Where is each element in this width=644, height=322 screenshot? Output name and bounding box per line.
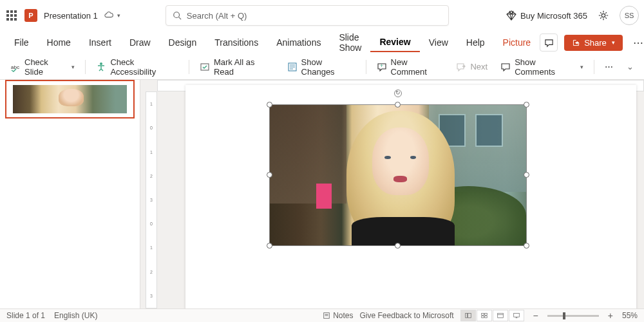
next-comment-button: Next [451,59,493,75]
powerpoint-logo-icon: P [24,9,37,22]
tab-draw[interactable]: Draw [120,33,160,52]
resize-handle-n[interactable] [395,102,401,108]
share-icon [572,39,580,47]
zoom-slider[interactable] [547,315,599,317]
share-button[interactable]: Share ▾ [564,35,623,51]
svg-rect-19 [484,316,487,318]
svg-rect-16 [481,313,484,315]
new-comment-icon: + [377,62,387,72]
mark-all-read-button[interactable]: Mark All as Read [194,55,279,79]
slide-editor-canvas[interactable]: 101230123 [140,80,644,308]
resize-handle-se[interactable] [524,243,529,249]
notes-icon [323,312,330,319]
slideshow-view-button[interactable] [509,310,524,321]
svg-point-4 [100,62,102,65]
more-options-button[interactable]: ⋯ [629,34,644,52]
resize-handle-nw[interactable] [267,102,272,108]
svg-rect-18 [481,316,484,318]
tab-help[interactable]: Help [457,33,494,52]
rotation-handle[interactable] [394,90,402,97]
svg-rect-22 [513,313,519,317]
ribbon-commands: abc Check Slide ▾ Check Accessibility Ma… [0,54,644,80]
tab-animations[interactable]: Animations [267,33,330,52]
document-title[interactable]: Presentation 1 [44,11,98,21]
search-icon [173,11,182,20]
zoom-slider-thumb[interactable] [563,312,565,319]
tab-picture[interactable]: Picture [494,33,540,52]
svg-point-0 [174,12,180,18]
cloud-saved-icon [104,11,113,20]
resize-handle-s[interactable] [395,243,401,249]
svg-text:+: + [380,62,383,69]
zoom-out-button[interactable]: − [531,310,541,321]
svg-rect-14 [465,313,467,317]
chevron-down-icon: ▾ [612,39,615,46]
mark-read-icon [200,62,210,72]
tab-insert[interactable]: Insert [80,33,120,52]
tab-file[interactable]: File [5,33,38,52]
svg-rect-15 [468,313,471,317]
collapse-ribbon-button[interactable]: ⌄ [621,59,639,74]
tab-home[interactable]: Home [38,33,80,52]
notes-button[interactable]: Notes [323,311,353,320]
show-changes-button[interactable]: Show Changes [282,55,361,79]
view-mode-buttons [460,310,524,321]
slide-canvas[interactable] [185,85,636,308]
svg-line-1 [178,17,181,20]
saved-indicator[interactable]: ▾ [104,11,120,20]
tab-view[interactable]: View [420,33,457,52]
title-bar: P Presentation 1 ▾ Search (Alt + Q) Buy … [0,0,644,31]
tab-review[interactable]: Review [370,33,419,52]
show-comments-icon [500,62,511,72]
show-comments-button[interactable]: Show Comments ▾ [495,55,589,79]
svg-point-2 [601,14,605,17]
chevron-down-icon: ▾ [71,64,75,70]
search-placeholder: Search (Alt + Q) [187,11,247,21]
diamond-icon [506,10,516,21]
next-icon [456,62,466,72]
sorter-view-button[interactable] [477,310,492,321]
show-changes-icon [287,62,298,72]
buy-microsoft-365-button[interactable]: Buy Microsoft 365 [506,10,587,21]
resize-handle-e[interactable] [524,172,529,178]
resize-handle-sw[interactable] [267,243,272,249]
chevron-down-icon: ▾ [580,64,583,70]
selected-picture[interactable] [269,104,527,246]
resize-handle-w[interactable] [267,172,272,178]
new-comment-button[interactable]: + New Comment [372,55,449,79]
more-commands-button[interactable]: ⋯ [600,59,619,74]
user-avatar[interactable]: SS [620,6,639,25]
ribbon-tabs: File Home Insert Draw Design Transitions… [0,31,644,54]
vertical-ruler: 101230123 [146,91,157,308]
zoom-in-button[interactable]: + [605,310,616,321]
reading-icon [497,312,504,319]
slide-counter[interactable]: Slide 1 of 1 [6,311,45,320]
status-bar: Slide 1 of 1 English (UK) Notes Give Fee… [0,308,644,322]
check-slide-button[interactable]: abc Check Slide ▾ [5,55,80,79]
tab-design[interactable]: Design [160,33,206,52]
check-accessibility-button[interactable]: Check Accessibility [91,55,184,79]
present-icon [513,312,520,319]
grid-icon [480,312,488,319]
svg-rect-17 [484,313,487,315]
accessibility-icon [96,62,106,72]
feedback-link[interactable]: Give Feedback to Microsoft [360,311,454,320]
slide-thumbnail-1[interactable] [5,80,135,118]
zoom-level[interactable]: 55% [622,311,638,320]
spellcheck-icon: abc [10,62,21,72]
resize-handle-ne[interactable] [524,102,529,108]
tab-transitions[interactable]: Transitions [205,33,267,52]
slide-thumbnail-panel[interactable] [0,80,140,308]
app-launcher-icon[interactable] [5,9,18,22]
main-editor: 101230123 [0,80,644,308]
language-indicator[interactable]: English (UK) [54,311,97,320]
tab-slideshow[interactable]: Slide Show [330,28,370,57]
picture-content [270,105,526,245]
comments-pane-button[interactable] [540,33,558,52]
normal-view-icon [464,312,472,319]
search-input[interactable]: Search (Alt + Q) [166,5,449,26]
settings-gear-icon[interactable] [598,10,609,21]
reading-view-button[interactable] [493,310,508,321]
normal-view-button[interactable] [460,310,476,321]
thumbnail-image [13,85,127,114]
